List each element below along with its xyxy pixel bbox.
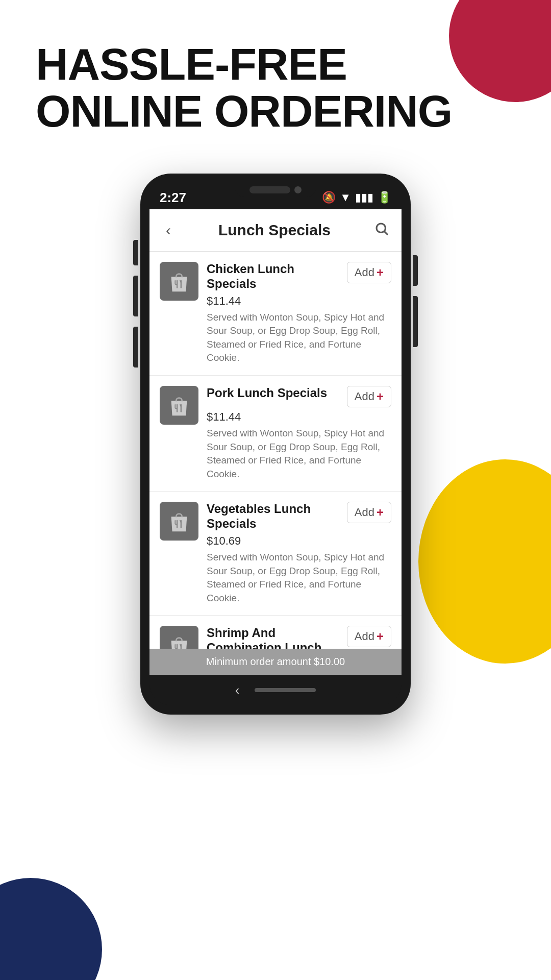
item-name: Vegetables Lunch Specials: [207, 502, 342, 531]
item-icon: [160, 626, 198, 649]
menu-item: Pork Lunch Specials Add + $11.44 Served …: [149, 376, 402, 492]
bottom-bar: Minimum order amount $10.00: [149, 649, 402, 675]
add-button[interactable]: Add +: [347, 626, 391, 647]
back-button[interactable]: ‹: [162, 219, 175, 241]
decorative-circle-navy: [0, 878, 102, 980]
plus-icon: +: [377, 265, 384, 280]
status-time: 2:27: [160, 190, 186, 206]
item-header: Vegetables Lunch Specials Add +: [207, 502, 391, 531]
status-icons: 🔕 ▼ ▮▮▮ 🔋: [322, 191, 391, 204]
item-icon: [160, 262, 198, 301]
plus-icon: +: [377, 389, 384, 404]
add-label: Add: [355, 506, 374, 519]
home-indicator[interactable]: [255, 688, 316, 692]
mute-icon: 🔕: [322, 191, 336, 204]
item-name: Shrimp And Combination Lunch Specials: [207, 626, 342, 649]
item-price: $10.69: [207, 534, 391, 548]
plus-icon: +: [377, 505, 384, 520]
signal-icon: ▮▮▮: [355, 191, 373, 204]
add-label: Add: [355, 390, 374, 403]
item-name: Pork Lunch Specials: [207, 386, 342, 401]
app-header: ‹ Lunch Specials: [149, 209, 402, 252]
battery-icon: 🔋: [378, 191, 391, 204]
item-content: Vegetables Lunch Specials Add + $10.69 S…: [207, 502, 391, 605]
notch: [235, 183, 316, 197]
item-icon: [160, 386, 198, 425]
plus-icon: +: [377, 629, 384, 644]
phone-body: 2:27 🔕 ▼ ▮▮▮ 🔋 ‹ Lunch Specials: [140, 174, 411, 715]
item-content: Pork Lunch Specials Add + $11.44 Served …: [207, 386, 391, 481]
menu-item: Chicken Lunch Specials Add + $11.44 Serv…: [149, 252, 402, 376]
item-description: Served with Wonton Soup, Spicy Hot and S…: [207, 311, 391, 365]
phone-bottom-nav: ‹: [149, 675, 402, 705]
phone-mockup: 2:27 🔕 ▼ ▮▮▮ 🔋 ‹ Lunch Specials: [140, 174, 411, 715]
nav-back-icon[interactable]: ‹: [235, 682, 240, 698]
item-header: Pork Lunch Specials Add +: [207, 386, 391, 407]
menu-item: Vegetables Lunch Specials Add + $10.69 S…: [149, 492, 402, 616]
svg-line-1: [385, 231, 387, 234]
status-bar: 2:27 🔕 ▼ ▮▮▮ 🔋: [149, 183, 402, 209]
add-label: Add: [355, 630, 374, 643]
add-button[interactable]: Add +: [347, 502, 391, 523]
item-name: Chicken Lunch Specials: [207, 262, 342, 291]
volume-button: [413, 296, 418, 347]
item-icon: [160, 502, 198, 541]
item-content: Chicken Lunch Specials Add + $11.44 Serv…: [207, 262, 391, 365]
phone-screen: ‹ Lunch Specials: [149, 209, 402, 675]
wifi-icon: ▼: [340, 191, 351, 204]
headline-line1: HASSLE-FREE: [36, 41, 452, 88]
item-price: $11.44: [207, 410, 391, 424]
notch-dot: [294, 186, 302, 193]
minimum-order-notice: Minimum order amount $10.00: [206, 656, 345, 667]
decorative-circle-red: [449, 0, 551, 102]
add-button[interactable]: Add +: [347, 386, 391, 407]
headline: HASSLE-FREE ONLINE ORDERING: [36, 41, 452, 135]
decorative-circle-yellow: [418, 459, 551, 664]
item-content: Shrimp And Combination Lunch Specials Ad…: [207, 626, 391, 649]
notch-pill: [249, 186, 290, 193]
add-button[interactable]: Add +: [347, 262, 391, 283]
item-header: Chicken Lunch Specials Add +: [207, 262, 391, 291]
menu-list: Chicken Lunch Specials Add + $11.44 Serv…: [149, 252, 402, 649]
item-description: Served with Wonton Soup, Spicy Hot and S…: [207, 427, 391, 481]
item-price: $11.44: [207, 295, 391, 308]
power-button: [413, 255, 418, 286]
left-button-1: [133, 240, 138, 265]
search-button[interactable]: [374, 221, 389, 240]
headline-line2: ONLINE ORDERING: [36, 88, 452, 135]
item-description: Served with Wonton Soup, Spicy Hot and S…: [207, 551, 391, 605]
page-title: Lunch Specials: [218, 222, 331, 239]
item-header: Shrimp And Combination Lunch Specials Ad…: [207, 626, 391, 649]
add-label: Add: [355, 266, 374, 279]
left-button-2: [133, 276, 138, 316]
left-button-3: [133, 327, 138, 368]
menu-item: Shrimp And Combination Lunch Specials Ad…: [149, 616, 402, 649]
